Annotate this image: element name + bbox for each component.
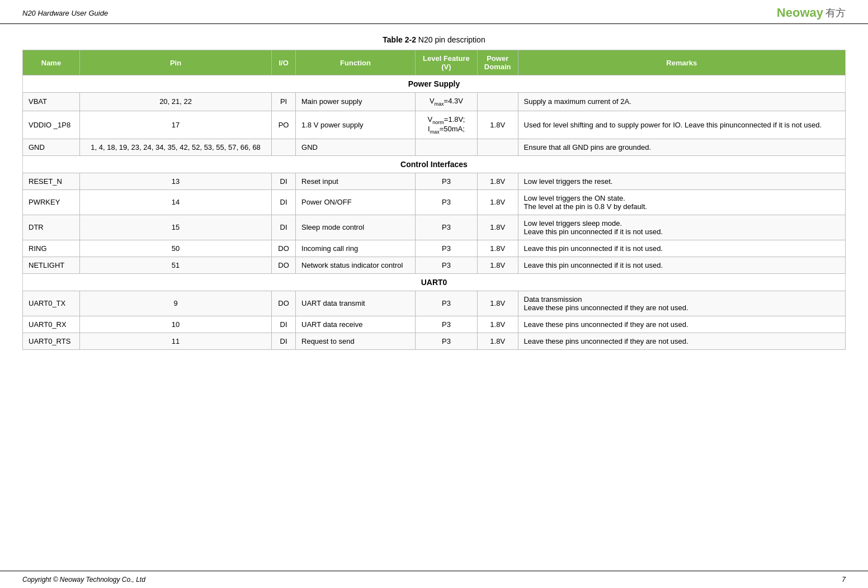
cell-power-domain: 1.8V	[477, 240, 518, 257]
table-row: VBAT20, 21, 22PIMain power supplyVmax=4.…	[23, 93, 846, 111]
cell-power-domain: 1.8V	[477, 333, 518, 349]
cell-level: Vnorm=1.8V;Imax=50mA;	[416, 111, 478, 139]
cell-function: GND	[296, 139, 416, 155]
cell-level: P3	[416, 189, 478, 215]
cell-pin: 51	[79, 257, 271, 273]
cell-name: GND	[23, 139, 80, 155]
cell-pin: 15	[79, 215, 271, 240]
cell-name: UART0_TX	[23, 291, 80, 316]
table-row: RESET_N13DIReset inputP31.8VLow level tr…	[23, 173, 846, 189]
cell-pin: 13	[79, 173, 271, 189]
table-title: Table 2-2 N20 pin description	[22, 35, 846, 44]
cell-remarks: Low level triggers sleep mode.Leave this…	[518, 215, 846, 240]
cell-pin: 9	[79, 291, 271, 316]
cell-name: UART0_RTS	[23, 333, 80, 349]
cell-name: VBAT	[23, 93, 80, 111]
cell-level: P3	[416, 316, 478, 333]
cell-remarks: Low level triggers the ON state.The leve…	[518, 189, 846, 215]
cell-power-domain: 1.8V	[477, 291, 518, 316]
table-row: VDDIO _1P817PO1.8 V power supplyVnorm=1.…	[23, 111, 846, 139]
logo-chinese: 有方	[825, 6, 846, 20]
cell-level: P3	[416, 291, 478, 316]
table-row: DTR15DISleep mode controlP31.8VLow level…	[23, 215, 846, 240]
cell-level: P3	[416, 257, 478, 273]
cell-function: Request to send	[296, 333, 416, 349]
page-number: 7	[842, 576, 846, 584]
page-footer: Copyright © Neoway Technology Co., Ltd 7	[0, 571, 868, 588]
pin-description-table: Name Pin I/O Function Level Feature(V) P…	[22, 50, 846, 350]
cell-power-domain: 1.8V	[477, 173, 518, 189]
cell-function: UART data transmit	[296, 291, 416, 316]
cell-name: PWRKEY	[23, 189, 80, 215]
cell-io: DI	[272, 173, 296, 189]
col-io: I/O	[272, 50, 296, 75]
document-title: N20 Hardware User Guide	[22, 9, 108, 17]
logo: Neoway 有方	[777, 6, 846, 20]
cell-remarks: Low level triggers the reset.	[518, 173, 846, 189]
cell-power-domain: 1.8V	[477, 189, 518, 215]
cell-function: Power ON/OFF	[296, 189, 416, 215]
cell-remarks: Data transmissionLeave these pins unconn…	[518, 291, 846, 316]
copyright: Copyright © Neoway Technology Co., Ltd	[22, 576, 145, 584]
cell-io: PI	[272, 93, 296, 111]
cell-level: Vmax=4.3V	[416, 93, 478, 111]
table-row: UART0_RX10DIUART data receiveP31.8VLeave…	[23, 316, 846, 333]
cell-name: DTR	[23, 215, 80, 240]
cell-remarks: Leave this pin unconnected if it is not …	[518, 240, 846, 257]
cell-power-domain: 1.8V	[477, 215, 518, 240]
cell-pin: 50	[79, 240, 271, 257]
cell-io: DO	[272, 257, 296, 273]
cell-pin: 14	[79, 189, 271, 215]
section-header-row: Control Interfaces	[23, 155, 846, 173]
col-power-domain: PowerDomain	[477, 50, 518, 75]
cell-name: VDDIO _1P8	[23, 111, 80, 139]
cell-pin: 1, 4, 18, 19, 23, 24, 34, 35, 42, 52, 53…	[79, 139, 271, 155]
cell-remarks: Leave these pins unconnected if they are…	[518, 333, 846, 349]
cell-level: P3	[416, 240, 478, 257]
cell-io: DO	[272, 291, 296, 316]
section-header-row: UART0	[23, 273, 846, 291]
cell-level: P3	[416, 173, 478, 189]
cell-power-domain	[477, 93, 518, 111]
cell-io: DO	[272, 240, 296, 257]
cell-remarks: Used for level shifting and to supply po…	[518, 111, 846, 139]
cell-power-domain: 1.8V	[477, 316, 518, 333]
main-content: Table 2-2 N20 pin description Name Pin I…	[0, 24, 868, 372]
cell-io: DI	[272, 333, 296, 349]
table-row: PWRKEY14DIPower ON/OFFP31.8VLow level tr…	[23, 189, 846, 215]
cell-io: PO	[272, 111, 296, 139]
cell-name: RING	[23, 240, 80, 257]
cell-remarks: Supply a maximum current of 2A.	[518, 93, 846, 111]
table-row: GND1, 4, 18, 19, 23, 24, 34, 35, 42, 52,…	[23, 139, 846, 155]
cell-name: RESET_N	[23, 173, 80, 189]
col-remarks: Remarks	[518, 50, 846, 75]
cell-pin: 11	[79, 333, 271, 349]
cell-pin: 20, 21, 22	[79, 93, 271, 111]
cell-power-domain	[477, 139, 518, 155]
cell-remarks: Leave this pin unconnected if it is not …	[518, 257, 846, 273]
col-level: Level Feature(V)	[416, 50, 478, 75]
col-function: Function	[296, 50, 416, 75]
cell-power-domain: 1.8V	[477, 111, 518, 139]
page-header: N20 Hardware User Guide Neoway 有方	[0, 0, 868, 24]
cell-function: Network status indicator control	[296, 257, 416, 273]
cell-function: Main power supply	[296, 93, 416, 111]
cell-io: DI	[272, 189, 296, 215]
table-row: RING50DOIncoming call ringP31.8VLeave th…	[23, 240, 846, 257]
table-row: UART0_TX9DOUART data transmitP31.8VData …	[23, 291, 846, 316]
table-row: UART0_RTS11DIRequest to sendP31.8VLeave …	[23, 333, 846, 349]
cell-function: Incoming call ring	[296, 240, 416, 257]
cell-level: P3	[416, 215, 478, 240]
col-pin: Pin	[79, 50, 271, 75]
section-header-row: Power Supply	[23, 75, 846, 93]
cell-name: NETLIGHT	[23, 257, 80, 273]
table-header-row: Name Pin I/O Function Level Feature(V) P…	[23, 50, 846, 75]
cell-io: DI	[272, 316, 296, 333]
cell-function: UART data receive	[296, 316, 416, 333]
cell-power-domain: 1.8V	[477, 257, 518, 273]
table-row: NETLIGHT51DONetwork status indicator con…	[23, 257, 846, 273]
cell-name: UART0_RX	[23, 316, 80, 333]
cell-remarks: Ensure that all GND pins are grounded.	[518, 139, 846, 155]
col-name: Name	[23, 50, 80, 75]
logo-neoway: Neoway	[777, 6, 823, 20]
